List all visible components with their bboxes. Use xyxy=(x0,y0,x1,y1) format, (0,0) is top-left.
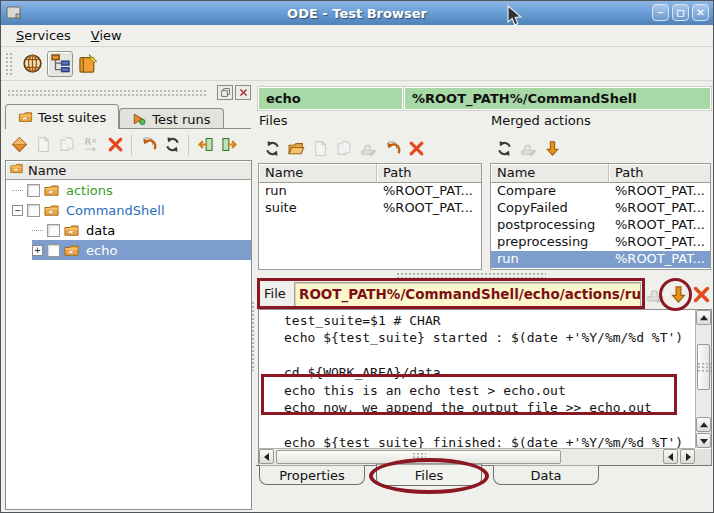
checkbox[interactable] xyxy=(47,244,60,257)
file-content-editor[interactable]: test_suite=$1 # CHARecho ${test_suite} s… xyxy=(258,309,712,466)
horizontal-scrollbar[interactable] xyxy=(259,448,695,465)
vertical-scrollbar[interactable] xyxy=(695,310,711,448)
code-line xyxy=(284,348,695,365)
import-button[interactable] xyxy=(194,134,216,156)
menu-services[interactable]: Services xyxy=(7,26,80,45)
save-button[interactable] xyxy=(357,137,379,159)
tree-item-data[interactable]: data xyxy=(6,220,251,240)
refresh-icon xyxy=(264,140,281,157)
cell-path: %ROOT_PAT... xyxy=(609,183,710,200)
undo-button[interactable] xyxy=(137,134,159,156)
copy-button[interactable] xyxy=(333,137,355,159)
refresh-button[interactable] xyxy=(493,137,515,159)
download-file-button[interactable] xyxy=(667,282,690,306)
checkbox[interactable] xyxy=(27,184,40,197)
column-header-name[interactable]: Name xyxy=(259,164,377,183)
tab-test-runs[interactable]: Test runs xyxy=(119,108,223,129)
files-toolbar xyxy=(260,135,428,161)
bottom-tab-files[interactable]: Files xyxy=(376,464,482,486)
scroll-down-button[interactable] xyxy=(696,433,711,448)
vertical-splitter[interactable] xyxy=(251,301,256,371)
code-line: echo this is an echo test > echo.out xyxy=(284,383,695,400)
titlebar[interactable]: ODE - Test Browser –◻✕ xyxy=(1,1,713,25)
column-header-path[interactable]: Path xyxy=(377,164,481,183)
vscroll-thumb[interactable] xyxy=(697,344,710,390)
selected-suite-name: echo xyxy=(258,87,403,110)
bottom-tab-data[interactable]: Data xyxy=(493,465,599,485)
delete-button[interactable] xyxy=(405,137,427,159)
checkbox[interactable] xyxy=(47,224,60,237)
column-header-name[interactable]: Name xyxy=(491,164,609,183)
tree-header-name[interactable]: Name xyxy=(6,161,251,180)
dock-header[interactable] xyxy=(5,85,251,101)
table-row-suite[interactable]: suite%ROOT_PAT... xyxy=(259,200,481,217)
toolbar-drag-handle[interactable] xyxy=(5,52,12,76)
table-row-CopyFailed[interactable]: CopyFailed%ROOT_PAT... xyxy=(491,200,710,217)
menu-view[interactable]: View xyxy=(82,26,131,45)
save-button[interactable] xyxy=(517,137,539,159)
refresh-button[interactable] xyxy=(161,134,183,156)
arrowdown-icon xyxy=(669,285,688,304)
close-button[interactable]: ✕ xyxy=(692,4,709,21)
folder-icon xyxy=(44,183,61,198)
delete-button[interactable] xyxy=(104,134,126,156)
tree-item-echo[interactable]: +echo xyxy=(6,240,251,260)
cell-path: %ROOT_PAT... xyxy=(609,251,710,268)
table-row-run[interactable]: run%ROOT_PAT... xyxy=(491,251,710,268)
new-suite-button[interactable] xyxy=(8,134,30,156)
folder-icon xyxy=(9,162,24,175)
minimize-button[interactable]: – xyxy=(652,4,669,21)
code-area[interactable]: test_suite=$1 # CHARecho ${test_suite} s… xyxy=(259,310,695,448)
horizontal-splitter[interactable] xyxy=(396,272,546,278)
rename-button[interactable]: R xyxy=(80,134,102,156)
export-button[interactable] xyxy=(218,134,240,156)
dock-float-button[interactable] xyxy=(217,85,233,100)
checkbox[interactable] xyxy=(27,204,40,217)
table-row-preprocessing[interactable]: preprocessing%ROOT_PAT... xyxy=(491,234,710,251)
tree-item-actions[interactable]: actions xyxy=(6,180,251,200)
folder-icon xyxy=(44,203,61,218)
new-file-button[interactable] xyxy=(32,134,54,156)
tree-item-CommandShell[interactable]: −CommandShell xyxy=(6,200,251,220)
dock-close-button[interactable] xyxy=(235,85,251,100)
file-path-input[interactable]: ROOT_PATH%/CommandShell/echo/actions/run xyxy=(294,282,641,307)
services-catalog-button[interactable] xyxy=(19,51,45,77)
tab-test-suites[interactable]: Test suites xyxy=(5,104,119,129)
table-row-run[interactable]: run%ROOT_PAT... xyxy=(259,183,481,200)
page-icon xyxy=(312,140,329,157)
hscroll-thumb[interactable] xyxy=(276,450,561,464)
cell-path: %ROOT_PAT... xyxy=(609,217,710,234)
expander-minus-icon[interactable]: − xyxy=(12,205,23,216)
left-dock: Test suitesTest runs R Name actions−Comm… xyxy=(3,83,253,512)
left-tabbar: Test suitesTest runs xyxy=(5,103,251,129)
scroll-right-button[interactable] xyxy=(680,449,695,464)
open-folder-button[interactable] xyxy=(285,137,307,159)
table-row-postprocessing[interactable]: postprocessing%ROOT_PAT... xyxy=(491,217,710,234)
download-button[interactable] xyxy=(541,137,563,159)
table-row-Compare[interactable]: Compare%ROOT_PAT... xyxy=(491,183,710,200)
copy-button[interactable] xyxy=(56,134,78,156)
cell-name: run xyxy=(491,251,609,268)
dock-drag-area[interactable] xyxy=(7,89,207,98)
window-title: ODE - Test Browser xyxy=(1,6,713,21)
save-file-button[interactable] xyxy=(644,282,667,306)
scroll-left-button-2[interactable] xyxy=(663,449,678,464)
undo-button[interactable] xyxy=(381,137,403,159)
svg-text:R: R xyxy=(84,137,91,147)
test-notebook-button[interactable] xyxy=(75,51,101,77)
column-header-path[interactable]: Path xyxy=(609,164,710,183)
cell-path: %ROOT_PAT... xyxy=(609,200,710,217)
refresh-button[interactable] xyxy=(261,137,283,159)
maximize-button[interactable]: ◻ xyxy=(672,4,689,21)
tree-view-button[interactable] xyxy=(47,51,73,77)
menubar: ServicesView xyxy=(1,25,713,47)
closesmall-icon xyxy=(238,87,249,98)
scroll-left-button[interactable] xyxy=(259,449,274,464)
new-file-button[interactable] xyxy=(309,137,331,159)
scroll-up-button-2[interactable] xyxy=(696,417,711,432)
scroll-up-button[interactable] xyxy=(696,310,711,325)
close-file-button[interactable] xyxy=(690,282,713,306)
expander-plus-icon[interactable]: + xyxy=(32,245,43,256)
testrun-icon xyxy=(132,112,147,126)
bottom-tab-properties[interactable]: Properties xyxy=(259,465,365,485)
